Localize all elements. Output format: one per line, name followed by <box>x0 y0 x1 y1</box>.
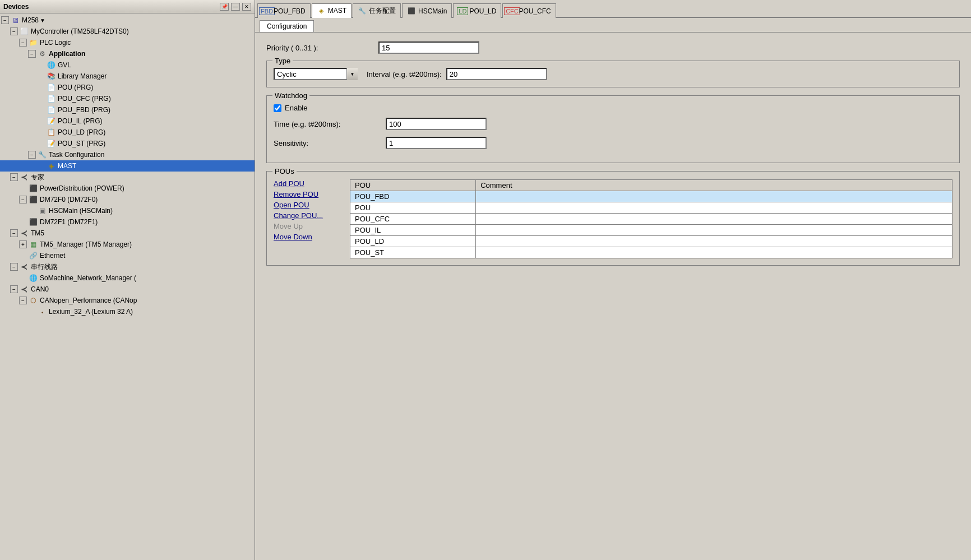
device2-icon: ⬛ <box>28 195 38 205</box>
right-panel: FBDPOU_FBD◈MAST🔧任务配置⬛HSCMainLDPOU_LDCFCP… <box>255 0 971 560</box>
pou-table-row[interactable]: POU_CFC <box>350 214 952 225</box>
interval-input[interactable] <box>446 68 547 80</box>
comment-cell <box>476 247 952 258</box>
tree-item-lexium32a[interactable]: ⬩Lexium_32_A (Lexium 32 A) <box>0 306 255 317</box>
expand-icon[interactable]: + <box>19 240 27 248</box>
panel-title: Devices <box>3 3 29 11</box>
tree-item-mycontroller[interactable]: −⬜MyController (TM258LF42DTS0) <box>0 26 255 37</box>
tree-item-application[interactable]: −⚙Application <box>0 48 255 59</box>
tree-node-label: DM72F1 (DM72F1) <box>40 218 98 226</box>
tree-node-label: HSCMain (HSCMain) <box>49 207 113 215</box>
configuration-tab-button[interactable]: Configuration <box>260 20 314 32</box>
pou-col-header: POU <box>350 180 476 191</box>
watchdog-time-input[interactable] <box>386 118 487 130</box>
enable-checkbox[interactable] <box>274 104 281 112</box>
tree-item-can0[interactable]: −≺CAN0 <box>0 284 255 295</box>
type-select[interactable]: CyclicFreewheelingEvent <box>274 68 358 80</box>
pou-table-row[interactable]: POU_IL <box>350 225 952 236</box>
expand-icon[interactable]: − <box>10 229 18 237</box>
tree-item-gvl[interactable]: 🌐GVL <box>0 59 255 71</box>
tab-task_config_tab[interactable]: 🔧任务配置 <box>353 3 401 18</box>
tree-item-m258[interactable]: −🖥M258 ▼ <box>0 15 255 26</box>
tree-item-dm72f1[interactable]: ⬛DM72F1 (DM72F1) <box>0 216 255 228</box>
watchdog-sensitivity-input[interactable] <box>386 137 487 149</box>
doc-icon2: LD <box>458 7 467 16</box>
tree-item-serial[interactable]: −≺串行线路 <box>0 261 255 272</box>
tree-item-pou_ld[interactable]: 📋POU_LD (PRG) <box>0 127 255 138</box>
pou-cell: POU_CFC <box>350 214 476 225</box>
tree-node-label: SoMachine_Network_Manager ( <box>40 274 136 282</box>
tab-label: POU_CFC <box>519 7 551 15</box>
tree-item-taskconfig[interactable]: −🔧Task Configuration <box>0 149 255 160</box>
tab-pou_ld_tab[interactable]: LDPOU_LD <box>453 3 501 18</box>
tree-item-powerdist[interactable]: ⬛PowerDistribution (POWER) <box>0 183 255 194</box>
type-group-title: Type <box>272 57 293 65</box>
globe-icon: 🌐 <box>46 60 56 70</box>
tree-item-librarymanager[interactable]: 📚Library Manager <box>0 71 255 82</box>
tree-item-hscmain[interactable]: ▣HSCMain (HSCMain) <box>0 205 255 216</box>
tree-item-tm5_manager[interactable]: +▦TM5_Manager (TM5 Manager) <box>0 239 255 250</box>
tree-item-dm72f0[interactable]: −⬛DM72F0 (DM72F0) <box>0 194 255 205</box>
expand-icon[interactable]: − <box>10 285 18 293</box>
branch-icon: ≺ <box>19 172 29 182</box>
pou-table-row[interactable]: POU_ST <box>350 247 952 258</box>
expand-icon[interactable]: − <box>28 151 36 159</box>
tab-mast_tab[interactable]: ◈MAST <box>312 3 352 18</box>
pou-btn-change_pou[interactable]: Change POU... <box>274 211 341 220</box>
tree-node-label: CAN0 <box>31 285 49 293</box>
watchdog-sensitivity-row: Sensitivity: <box>274 137 952 149</box>
tree-item-tm5[interactable]: −≺TM5 <box>0 228 255 239</box>
tree-item-canopen_perf[interactable]: −⬡CANopen_Performance (CANop <box>0 295 255 306</box>
pou-table-row[interactable]: POU <box>350 202 952 214</box>
expand-icon[interactable]: − <box>10 27 18 35</box>
priority-input[interactable] <box>378 41 479 54</box>
minimize-button[interactable]: — <box>231 3 240 11</box>
comment-col-header: Comment <box>476 180 952 191</box>
tree-item-ethernet[interactable]: 🔗Ethernet <box>0 250 255 261</box>
tree-node-label: POU_IL (PRG) <box>58 117 103 125</box>
expand-icon[interactable]: − <box>19 196 27 203</box>
expand-icon[interactable]: − <box>1 16 9 24</box>
close-button[interactable]: ✕ <box>242 3 251 11</box>
pin-button[interactable]: 📌 <box>220 3 229 11</box>
libmgr-icon: 📚 <box>46 71 56 81</box>
expand-icon[interactable]: − <box>10 263 18 271</box>
mast-icon: ◈ <box>46 161 56 171</box>
dropdown-arrow-icon[interactable]: ▼ <box>40 17 45 24</box>
expand-icon[interactable]: − <box>10 173 18 181</box>
tree-item-pou_fbd[interactable]: 📄POU_FBD (PRG) <box>0 104 255 115</box>
tree-item-somachine_net[interactable]: 🌐SoMachine_Network_Manager ( <box>0 272 255 284</box>
panel-controls: 📌 — ✕ <box>220 3 251 11</box>
expand-icon[interactable]: − <box>19 39 27 47</box>
tree-node-label: Ethernet <box>40 252 65 260</box>
tab-label: POU_FBD <box>274 7 306 15</box>
tree-item-mast[interactable]: ◈MAST <box>0 160 255 172</box>
computer-icon: 🖥 <box>10 15 20 25</box>
tree-item-plclogic[interactable]: −📁PLC Logic <box>0 37 255 48</box>
doc2-icon: 📝 <box>46 138 56 149</box>
canopen-icon: ⬡ <box>28 295 38 306</box>
expand-icon[interactable]: − <box>28 50 36 58</box>
pou-table-row[interactable]: POU_LD <box>350 236 952 247</box>
tree-item-pou_il[interactable]: 📝POU_IL (PRG) <box>0 115 255 127</box>
tree-item-pou_prg[interactable]: 📄POU (PRG) <box>0 82 255 93</box>
tree-item-expert[interactable]: −≺专家 <box>0 172 255 183</box>
pou-btn-move_down[interactable]: Move Down <box>274 233 341 241</box>
comment-cell <box>476 191 952 202</box>
tab-pou_cfc_tab[interactable]: CFCPOU_CFC <box>502 3 556 18</box>
tree-item-pou_st[interactable]: 📝POU_ST (PRG) <box>0 138 255 149</box>
enable-checkbox-row: Enable <box>274 104 952 112</box>
doc-icon: FBD <box>262 7 271 16</box>
pou-btn-add_pou[interactable]: Add POU <box>274 179 341 188</box>
tab-hscmain_tab[interactable]: ⬛HSCMain <box>402 3 452 18</box>
tree-node-label: Library Manager <box>58 72 107 80</box>
watchdog-time-label: Time (e.g. t#200ms): <box>274 120 386 128</box>
tree-node-label: Lexium_32_A (Lexium 32 A) <box>49 308 133 316</box>
tree-node-label: MyController (TM258LF42DTS0) <box>31 27 129 35</box>
tree-item-pou_cfc[interactable]: 📄POU_CFC (PRG) <box>0 93 255 104</box>
expand-icon[interactable]: − <box>19 297 27 304</box>
pou-btn-remove_pou[interactable]: Remove POU <box>274 190 341 198</box>
pou-btn-open_pou[interactable]: Open POU <box>274 201 341 209</box>
tab-pou_fbd_tab[interactable]: FBDPOU_FBD <box>257 3 311 18</box>
pou-table-row[interactable]: POU_FBD <box>350 191 952 202</box>
